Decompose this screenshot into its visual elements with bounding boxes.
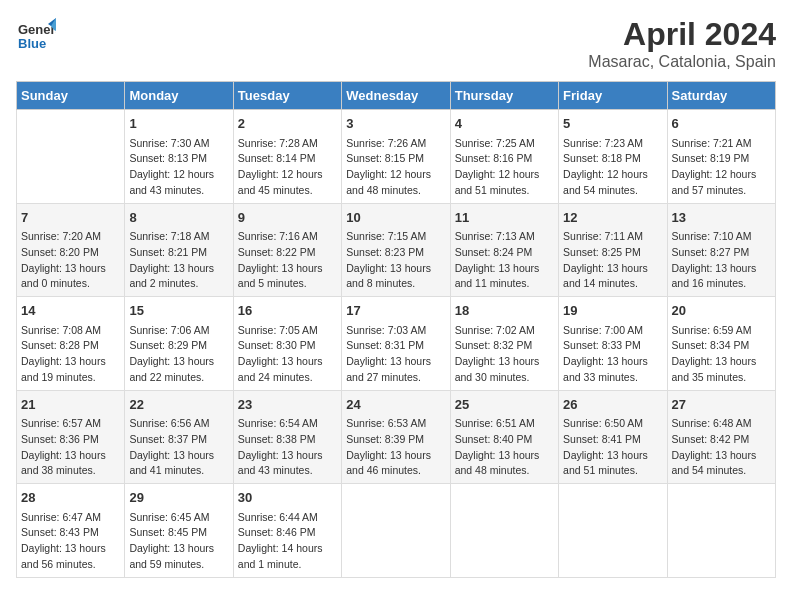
day-number: 28 bbox=[21, 488, 120, 508]
calendar-cell: 8Sunrise: 7:18 AM Sunset: 8:21 PM Daylig… bbox=[125, 203, 233, 297]
page-header: General Blue April 2024 Masarac, Catalon… bbox=[16, 16, 776, 71]
calendar-cell bbox=[342, 484, 450, 578]
calendar-cell: 25Sunrise: 6:51 AM Sunset: 8:40 PM Dayli… bbox=[450, 390, 558, 484]
day-info: Sunrise: 6:54 AM Sunset: 8:38 PM Dayligh… bbox=[238, 416, 337, 479]
day-info: Sunrise: 6:44 AM Sunset: 8:46 PM Dayligh… bbox=[238, 510, 337, 573]
day-number: 25 bbox=[455, 395, 554, 415]
month-title: April 2024 bbox=[588, 16, 776, 53]
calendar-cell: 6Sunrise: 7:21 AM Sunset: 8:19 PM Daylig… bbox=[667, 110, 775, 204]
logo: General Blue bbox=[16, 16, 56, 56]
day-info: Sunrise: 7:28 AM Sunset: 8:14 PM Dayligh… bbox=[238, 136, 337, 199]
day-number: 9 bbox=[238, 208, 337, 228]
calendar-cell bbox=[667, 484, 775, 578]
weekday-header-row: SundayMondayTuesdayWednesdayThursdayFrid… bbox=[17, 82, 776, 110]
calendar-cell: 3Sunrise: 7:26 AM Sunset: 8:15 PM Daylig… bbox=[342, 110, 450, 204]
week-row-1: 1Sunrise: 7:30 AM Sunset: 8:13 PM Daylig… bbox=[17, 110, 776, 204]
day-info: Sunrise: 7:20 AM Sunset: 8:20 PM Dayligh… bbox=[21, 229, 120, 292]
calendar-cell: 4Sunrise: 7:25 AM Sunset: 8:16 PM Daylig… bbox=[450, 110, 558, 204]
day-info: Sunrise: 7:11 AM Sunset: 8:25 PM Dayligh… bbox=[563, 229, 662, 292]
svg-text:Blue: Blue bbox=[18, 36, 46, 51]
day-number: 21 bbox=[21, 395, 120, 415]
calendar-cell: 16Sunrise: 7:05 AM Sunset: 8:30 PM Dayli… bbox=[233, 297, 341, 391]
day-number: 22 bbox=[129, 395, 228, 415]
day-info: Sunrise: 7:03 AM Sunset: 8:31 PM Dayligh… bbox=[346, 323, 445, 386]
day-number: 23 bbox=[238, 395, 337, 415]
weekday-header-tuesday: Tuesday bbox=[233, 82, 341, 110]
calendar-cell bbox=[17, 110, 125, 204]
week-row-4: 21Sunrise: 6:57 AM Sunset: 8:36 PM Dayli… bbox=[17, 390, 776, 484]
calendar-cell: 15Sunrise: 7:06 AM Sunset: 8:29 PM Dayli… bbox=[125, 297, 233, 391]
calendar-cell bbox=[559, 484, 667, 578]
calendar-cell bbox=[450, 484, 558, 578]
day-number: 14 bbox=[21, 301, 120, 321]
day-info: Sunrise: 6:48 AM Sunset: 8:42 PM Dayligh… bbox=[672, 416, 771, 479]
day-info: Sunrise: 7:23 AM Sunset: 8:18 PM Dayligh… bbox=[563, 136, 662, 199]
day-number: 27 bbox=[672, 395, 771, 415]
weekday-header-thursday: Thursday bbox=[450, 82, 558, 110]
calendar-cell: 26Sunrise: 6:50 AM Sunset: 8:41 PM Dayli… bbox=[559, 390, 667, 484]
title-block: April 2024 Masarac, Catalonia, Spain bbox=[588, 16, 776, 71]
day-number: 6 bbox=[672, 114, 771, 134]
day-info: Sunrise: 7:30 AM Sunset: 8:13 PM Dayligh… bbox=[129, 136, 228, 199]
day-number: 7 bbox=[21, 208, 120, 228]
day-number: 24 bbox=[346, 395, 445, 415]
calendar-cell: 23Sunrise: 6:54 AM Sunset: 8:38 PM Dayli… bbox=[233, 390, 341, 484]
calendar-cell: 28Sunrise: 6:47 AM Sunset: 8:43 PM Dayli… bbox=[17, 484, 125, 578]
day-info: Sunrise: 7:13 AM Sunset: 8:24 PM Dayligh… bbox=[455, 229, 554, 292]
weekday-header-monday: Monday bbox=[125, 82, 233, 110]
day-info: Sunrise: 7:10 AM Sunset: 8:27 PM Dayligh… bbox=[672, 229, 771, 292]
calendar-cell: 21Sunrise: 6:57 AM Sunset: 8:36 PM Dayli… bbox=[17, 390, 125, 484]
day-info: Sunrise: 6:53 AM Sunset: 8:39 PM Dayligh… bbox=[346, 416, 445, 479]
calendar-cell: 22Sunrise: 6:56 AM Sunset: 8:37 PM Dayli… bbox=[125, 390, 233, 484]
calendar-cell: 2Sunrise: 7:28 AM Sunset: 8:14 PM Daylig… bbox=[233, 110, 341, 204]
day-number: 4 bbox=[455, 114, 554, 134]
day-info: Sunrise: 6:59 AM Sunset: 8:34 PM Dayligh… bbox=[672, 323, 771, 386]
day-number: 11 bbox=[455, 208, 554, 228]
calendar-cell: 11Sunrise: 7:13 AM Sunset: 8:24 PM Dayli… bbox=[450, 203, 558, 297]
day-info: Sunrise: 7:18 AM Sunset: 8:21 PM Dayligh… bbox=[129, 229, 228, 292]
calendar-cell: 19Sunrise: 7:00 AM Sunset: 8:33 PM Dayli… bbox=[559, 297, 667, 391]
day-info: Sunrise: 6:50 AM Sunset: 8:41 PM Dayligh… bbox=[563, 416, 662, 479]
calendar-table: SundayMondayTuesdayWednesdayThursdayFrid… bbox=[16, 81, 776, 578]
calendar-cell: 12Sunrise: 7:11 AM Sunset: 8:25 PM Dayli… bbox=[559, 203, 667, 297]
day-number: 30 bbox=[238, 488, 337, 508]
day-info: Sunrise: 6:45 AM Sunset: 8:45 PM Dayligh… bbox=[129, 510, 228, 573]
day-number: 3 bbox=[346, 114, 445, 134]
day-number: 26 bbox=[563, 395, 662, 415]
calendar-cell: 1Sunrise: 7:30 AM Sunset: 8:13 PM Daylig… bbox=[125, 110, 233, 204]
day-number: 1 bbox=[129, 114, 228, 134]
day-info: Sunrise: 7:26 AM Sunset: 8:15 PM Dayligh… bbox=[346, 136, 445, 199]
calendar-cell: 18Sunrise: 7:02 AM Sunset: 8:32 PM Dayli… bbox=[450, 297, 558, 391]
day-info: Sunrise: 7:02 AM Sunset: 8:32 PM Dayligh… bbox=[455, 323, 554, 386]
day-number: 19 bbox=[563, 301, 662, 321]
day-number: 12 bbox=[563, 208, 662, 228]
calendar-cell: 7Sunrise: 7:20 AM Sunset: 8:20 PM Daylig… bbox=[17, 203, 125, 297]
day-number: 10 bbox=[346, 208, 445, 228]
day-info: Sunrise: 7:21 AM Sunset: 8:19 PM Dayligh… bbox=[672, 136, 771, 199]
calendar-cell: 5Sunrise: 7:23 AM Sunset: 8:18 PM Daylig… bbox=[559, 110, 667, 204]
calendar-cell: 24Sunrise: 6:53 AM Sunset: 8:39 PM Dayli… bbox=[342, 390, 450, 484]
weekday-header-sunday: Sunday bbox=[17, 82, 125, 110]
calendar-cell: 17Sunrise: 7:03 AM Sunset: 8:31 PM Dayli… bbox=[342, 297, 450, 391]
weekday-header-saturday: Saturday bbox=[667, 82, 775, 110]
day-info: Sunrise: 7:16 AM Sunset: 8:22 PM Dayligh… bbox=[238, 229, 337, 292]
day-number: 5 bbox=[563, 114, 662, 134]
day-info: Sunrise: 7:05 AM Sunset: 8:30 PM Dayligh… bbox=[238, 323, 337, 386]
day-number: 15 bbox=[129, 301, 228, 321]
day-info: Sunrise: 6:56 AM Sunset: 8:37 PM Dayligh… bbox=[129, 416, 228, 479]
calendar-cell: 13Sunrise: 7:10 AM Sunset: 8:27 PM Dayli… bbox=[667, 203, 775, 297]
day-number: 17 bbox=[346, 301, 445, 321]
logo-icon: General Blue bbox=[16, 16, 56, 56]
day-info: Sunrise: 6:57 AM Sunset: 8:36 PM Dayligh… bbox=[21, 416, 120, 479]
calendar-cell: 14Sunrise: 7:08 AM Sunset: 8:28 PM Dayli… bbox=[17, 297, 125, 391]
calendar-header: SundayMondayTuesdayWednesdayThursdayFrid… bbox=[17, 82, 776, 110]
weekday-header-wednesday: Wednesday bbox=[342, 82, 450, 110]
week-row-2: 7Sunrise: 7:20 AM Sunset: 8:20 PM Daylig… bbox=[17, 203, 776, 297]
day-number: 16 bbox=[238, 301, 337, 321]
day-info: Sunrise: 6:47 AM Sunset: 8:43 PM Dayligh… bbox=[21, 510, 120, 573]
location-title: Masarac, Catalonia, Spain bbox=[588, 53, 776, 71]
day-info: Sunrise: 7:06 AM Sunset: 8:29 PM Dayligh… bbox=[129, 323, 228, 386]
day-number: 29 bbox=[129, 488, 228, 508]
day-info: Sunrise: 7:25 AM Sunset: 8:16 PM Dayligh… bbox=[455, 136, 554, 199]
calendar-cell: 10Sunrise: 7:15 AM Sunset: 8:23 PM Dayli… bbox=[342, 203, 450, 297]
